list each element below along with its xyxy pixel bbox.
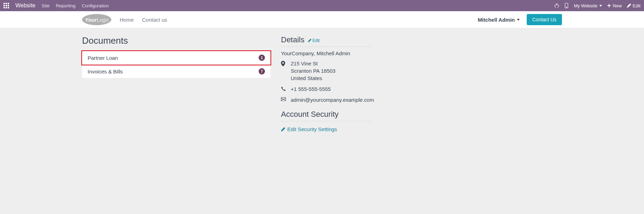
email-row: admin@yourcompany.example.com — [281, 96, 372, 104]
details-header: Details Edit — [281, 35, 372, 47]
pencil-icon — [281, 127, 285, 131]
pencil-icon — [627, 3, 631, 8]
document-label: Invoices & Bills — [88, 69, 123, 74]
edit-label: Edit — [633, 3, 641, 8]
envelope-icon — [281, 97, 286, 101]
address-row: 215 Vine St Scranton PA 18503 United Sta… — [281, 60, 372, 82]
menu-reporting[interactable]: Reporting — [56, 3, 75, 8]
phone-icon — [281, 86, 286, 91]
security-header: Account Security — [281, 110, 372, 121]
new-label: New — [613, 3, 622, 8]
navbar-left: YourLogo Home Contact us — [82, 14, 167, 25]
address-line2: Scranton PA 18503 — [291, 67, 335, 74]
top-menu-bar: Website Site Reporting Configuration My … — [0, 0, 644, 11]
email-text: admin@yourcompany.example.com — [291, 96, 374, 104]
menu-site[interactable]: Site — [42, 3, 50, 8]
page-title: Documents — [82, 35, 271, 46]
map-marker-icon — [281, 61, 286, 66]
menu-configuration[interactable]: Configuration — [82, 3, 109, 8]
mobile-icon[interactable] — [564, 3, 569, 8]
edit-details-link[interactable]: Edit — [308, 38, 320, 43]
plus-icon — [607, 3, 611, 8]
topbar-left: Website Site Reporting Configuration — [3, 2, 109, 9]
document-item-partner-loan[interactable]: Partner Loan 1 — [82, 51, 271, 65]
logo-text-1: Your — [85, 17, 97, 23]
app-name[interactable]: Website — [15, 2, 36, 9]
chevron-down-icon — [517, 19, 520, 21]
address-line3: United States — [291, 74, 335, 82]
phone-text: +1 555-555-5555 — [291, 85, 331, 93]
website-selector-label: My Website — [574, 3, 598, 8]
edit-security-label: Edit Security Settings — [287, 126, 337, 132]
contact-us-button[interactable]: Contact Us — [527, 14, 562, 25]
security-section: Account Security Edit Security Settings — [281, 110, 372, 133]
user-name: Mitchell Admin — [478, 17, 515, 23]
nav-contact-us[interactable]: Contact us — [142, 17, 167, 23]
count-badge: 7 — [259, 68, 265, 74]
edit-security-link[interactable]: Edit Security Settings — [281, 126, 337, 132]
bug-icon[interactable] — [554, 3, 559, 8]
company-line: YourCompany, Mitchell Admin — [281, 50, 372, 56]
count-badge: 1 — [259, 55, 265, 61]
site-navbar: YourLogo Home Contact us Mitchell Admin … — [0, 11, 644, 28]
phone-row: +1 555-555-5555 — [281, 85, 372, 93]
address-text: 215 Vine St Scranton PA 18503 United Sta… — [291, 60, 335, 82]
nav-home[interactable]: Home — [120, 17, 134, 23]
details-title: Details — [281, 35, 304, 44]
main-content: Documents Partner Loan 1 Invoices & Bill… — [0, 28, 644, 140]
user-dropdown[interactable]: Mitchell Admin — [478, 17, 520, 23]
details-column: Details Edit YourCompany, Mitchell Admin… — [281, 35, 372, 133]
documents-list: Partner Loan 1 Invoices & Bills 7 — [82, 51, 271, 78]
document-label: Partner Loan — [88, 55, 118, 61]
website-selector[interactable]: My Website — [574, 3, 602, 8]
edit-button[interactable]: Edit — [627, 3, 641, 8]
address-line1: 215 Vine St — [291, 60, 335, 67]
logo-text-2: Logo — [97, 17, 108, 23]
apps-icon[interactable] — [3, 3, 9, 8]
navbar-right: Mitchell Admin Contact Us — [478, 14, 562, 25]
documents-column: Documents Partner Loan 1 Invoices & Bill… — [82, 35, 271, 78]
security-title: Account Security — [281, 110, 339, 119]
pencil-icon — [308, 39, 311, 42]
svg-point-1 — [566, 7, 567, 8]
new-button[interactable]: New — [607, 3, 622, 8]
document-item-invoices-bills[interactable]: Invoices & Bills 7 — [82, 65, 271, 78]
logo[interactable]: YourLogo — [82, 14, 111, 25]
edit-details-label: Edit — [312, 38, 320, 43]
topbar-right: My Website New Edit — [554, 3, 641, 8]
chevron-down-icon — [599, 5, 602, 7]
